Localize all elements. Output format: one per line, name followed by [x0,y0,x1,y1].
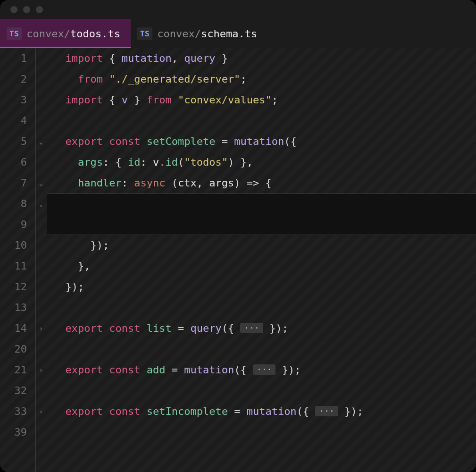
line-number-gutter: 12345678910111213142021323339 [0,48,36,472]
code-editor[interactable]: 12345678910111213142021323339 ⌄⌄⌄››› imp… [0,48,476,472]
fold-open-icon[interactable]: ⌄ [36,173,46,194]
line-number: 33 [0,401,35,422]
code-line: export const add = mutation({ ··· }); [53,360,476,380]
code-line: from "./_generated/server"; [53,69,476,90]
line-number: 5 [0,131,35,152]
tab-schema[interactable]: TS convex/schema.ts [131,19,267,48]
line-number: 4 [0,110,35,131]
fold-gutter: ⌄⌄⌄››› [36,48,46,472]
code-line: export const setIncomplete = mutation({ … [53,401,476,422]
line-number: 13 [0,297,35,318]
code-line: import { mutation, query } [53,48,476,69]
code-content: import { mutation, query } from "./_gene… [46,48,476,472]
folded-code-icon[interactable]: ··· [253,364,276,375]
tab-label: convex/todos.ts [26,28,120,40]
line-number: 8 [0,194,35,214]
code-line: }, [53,256,476,277]
code-line: args: { id: v.id("todos") }, [53,152,476,173]
tab-todos[interactable]: TS convex/todos.ts [0,19,131,48]
line-number: 20 [0,339,35,360]
code-line: completed: true, [53,214,476,235]
window-minimize-dot[interactable] [23,6,30,13]
code-line: handler: async (ctx, args) => { [53,173,476,194]
folded-code-icon[interactable]: ··· [315,406,338,416]
code-line: }); [53,277,476,297]
tab-bar: TS convex/todos.ts TS convex/schema.ts [0,19,476,48]
code-line: import { v } from "convex/values"; [53,90,476,110]
line-number: 6 [0,152,35,173]
fold-closed-icon[interactable]: › [36,318,46,339]
code-line: export const setComplete = mutation({ [53,131,476,152]
fold-open-icon[interactable]: ⌄ [36,194,46,214]
code-line [53,297,476,318]
code-line: }); [53,235,476,256]
editor-window: TS convex/todos.ts TS convex/schema.ts 1… [0,0,476,472]
line-number: 2 [0,69,35,90]
tab-label: convex/schema.ts [157,28,257,40]
code-line [53,339,476,360]
line-number: 32 [0,380,35,401]
code-line: await ctx.db.patch(args.id, { [53,194,476,214]
code-line [53,110,476,131]
line-number: 39 [0,422,35,443]
window-close-dot[interactable] [10,6,17,13]
code-line [53,422,476,443]
line-number: 10 [0,235,35,256]
line-number: 12 [0,277,35,297]
line-number: 3 [0,90,35,110]
folded-code-icon[interactable]: ··· [240,323,263,333]
code-line: export const list = query({ ··· }); [53,318,476,339]
line-number: 9 [0,214,35,235]
line-number: 14 [0,318,35,339]
line-number: 1 [0,48,35,69]
window-titlebar [0,0,476,19]
fold-open-icon[interactable]: ⌄ [36,131,46,152]
ts-badge-icon: TS [7,27,22,40]
window-zoom-dot[interactable] [36,6,43,13]
ts-badge-icon: TS [137,27,152,40]
line-number: 21 [0,360,35,380]
fold-closed-icon[interactable]: › [36,360,46,380]
code-line [53,380,476,401]
fold-closed-icon[interactable]: › [36,401,46,422]
line-number: 7 [0,173,35,194]
line-number: 11 [0,256,35,277]
